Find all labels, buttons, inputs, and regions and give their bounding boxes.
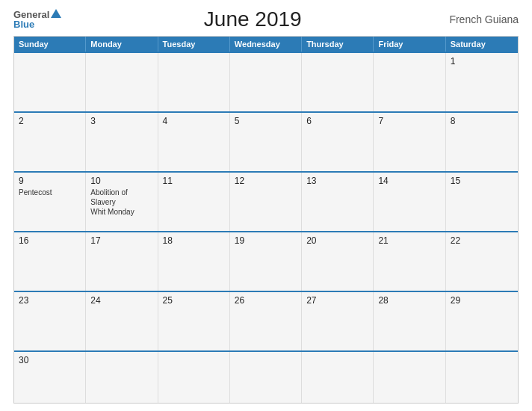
cal-day-cell [374,53,445,111]
day-number: 28 [378,295,440,306]
cal-week-row: 23242526272829 [14,291,518,350]
cal-day-cell: 29 [446,292,518,350]
day-number: 9 [19,176,81,186]
cal-day-cell: 17 [86,232,158,291]
cal-day-cell: 8 [446,113,518,171]
cal-header-day: Tuesday [158,37,230,52]
cal-day-cell: 28 [374,292,445,350]
day-number: 14 [378,176,440,186]
day-number: 5 [235,116,297,126]
cal-day-cell: 19 [230,232,302,291]
cal-day-cell [14,53,86,111]
day-number: 3 [90,116,152,126]
cal-header-day: Sunday [14,37,86,52]
cal-day-cell: 25 [158,292,230,350]
day-event: Whit Monday [90,207,152,217]
cal-header-day: Wednesday [230,37,302,52]
page: General Blue June 2019 French Guiana Sun… [0,0,532,411]
day-number: 19 [235,235,297,246]
cal-day-cell: 26 [230,292,302,350]
cal-day-cell: 12 [230,173,302,231]
cal-day-cell [86,53,158,111]
day-number: 8 [451,116,513,126]
day-number: 16 [19,235,81,246]
day-number: 2 [19,116,81,126]
cal-day-cell: 20 [302,232,374,291]
day-number: 29 [451,295,513,306]
day-number: 20 [306,235,368,246]
cal-day-cell: 13 [302,173,374,231]
cal-day-cell [158,352,230,403]
cal-day-cell: 9Pentecost [14,173,86,231]
day-number: 6 [306,116,368,126]
calendar-header-row: SundayMondayTuesdayWednesdayThursdayFrid… [14,37,518,52]
cal-day-cell [302,352,374,403]
cal-week-row: 2345678 [14,111,518,171]
logo-blue-text: Blue [13,19,34,29]
cal-week-row: 30 [14,350,518,403]
calendar-body: 123456789Pentecost10Abolition of Slavery… [14,52,518,403]
cal-day-cell: 14 [374,173,445,231]
cal-day-cell: 21 [374,232,445,291]
day-number: 22 [451,235,513,246]
cal-day-cell: 18 [158,232,230,291]
day-number: 4 [163,116,225,126]
day-number: 25 [163,295,225,306]
cal-week-row: 16171819202122 [14,231,518,291]
cal-day-cell: 16 [14,232,86,291]
cal-header-day: Saturday [446,37,518,52]
day-number: 26 [235,295,297,306]
cal-day-cell [158,53,230,111]
day-number: 17 [90,235,152,246]
day-number: 10 [90,176,152,186]
cal-day-cell: 1 [446,53,518,111]
cal-header-day: Monday [86,37,158,52]
cal-day-cell: 27 [302,292,374,350]
day-number: 7 [378,116,440,126]
cal-day-cell: 5 [230,113,302,171]
cal-day-cell [230,352,302,403]
logo-triangle-icon [51,9,61,18]
header: General Blue June 2019 French Guiana [13,7,519,31]
cal-day-cell: 11 [158,173,230,231]
day-number: 23 [19,295,81,306]
region-label: French Guiana [444,13,519,25]
cal-day-cell: 30 [14,352,86,403]
cal-day-cell: 23 [14,292,86,350]
day-event: Abolition of Slavery [90,188,152,207]
cal-day-cell [86,352,158,403]
cal-day-cell: 10Abolition of SlaveryWhit Monday [86,173,158,231]
day-number: 21 [378,235,440,246]
cal-day-cell [446,352,518,403]
cal-day-cell: 2 [14,113,86,171]
cal-day-cell [302,53,374,111]
calendar-title: June 2019 [61,7,444,31]
day-number: 30 [19,355,81,365]
cal-day-cell: 7 [374,113,445,171]
day-number: 11 [163,176,225,186]
day-number: 12 [235,176,297,186]
cal-week-row: 1 [14,52,518,111]
cal-header-day: Thursday [302,37,374,52]
cal-day-cell: 6 [302,113,374,171]
cal-day-cell: 22 [446,232,518,291]
cal-header-day: Friday [374,37,445,52]
cal-day-cell: 24 [86,292,158,350]
cal-day-cell: 15 [446,173,518,231]
calendar: SundayMondayTuesdayWednesdayThursdayFrid… [13,36,519,404]
day-number: 1 [451,56,513,67]
day-number: 24 [90,295,152,306]
day-event: Pentecost [19,188,81,197]
cal-day-cell [230,53,302,111]
day-number: 18 [163,235,225,246]
logo: General Blue [13,10,61,29]
cal-day-cell [374,352,445,403]
day-number: 13 [306,176,368,186]
day-number: 15 [451,176,513,186]
cal-week-row: 9Pentecost10Abolition of SlaveryWhit Mon… [14,171,518,231]
cal-day-cell: 3 [86,113,158,171]
day-number: 27 [306,295,368,306]
cal-day-cell: 4 [158,113,230,171]
